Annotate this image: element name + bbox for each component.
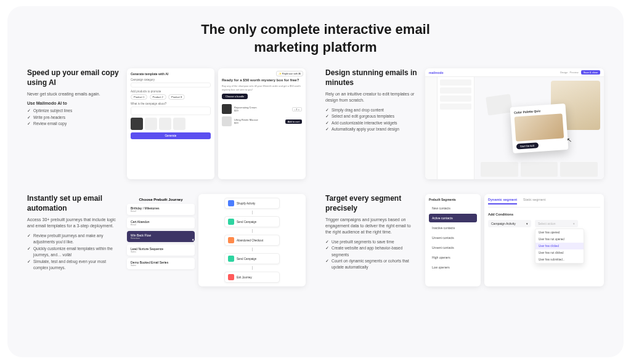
feature-bullets: Optimize subject lines Write pre-headers… [27, 108, 120, 127]
field-label: What is the campaign about? [131, 102, 211, 105]
dropdown-option[interactable]: User has not clicked [535, 249, 584, 256]
chevron-down-icon: ▾ [573, 222, 575, 225]
panel-title: Generate template with AI [131, 72, 211, 76]
rephrase-label: Rephrase with AI [282, 72, 301, 75]
product-price: $19 [234, 121, 283, 124]
flow-node[interactable]: Send Campaign [224, 253, 280, 264]
journey-item[interactable]: Lead Nurture SequenceSales [127, 245, 195, 256]
feature-title: Instantly set up email automation [27, 194, 120, 213]
bullet: Write pre-headers [27, 115, 120, 121]
segment-item[interactable]: Unsent contacts [429, 233, 477, 242]
rephrase-badge[interactable]: ✨ Rephrase with AI [276, 71, 303, 76]
flow-node[interactable]: Abandoned Checkout [224, 235, 280, 246]
pill[interactable]: Product 1 [131, 94, 147, 100]
feature-grid: Speed up your email copy using AI Never … [27, 68, 604, 286]
feature-subtitle: Access 30+ prebuilt journeys that includ… [27, 217, 120, 229]
dropdown-option[interactable]: User has submitted... [535, 256, 584, 263]
tab-dynamic[interactable]: Dynamic segment [488, 198, 517, 204]
segment-item[interactable]: Unsent contacts [429, 243, 477, 252]
layer-item[interactable] [440, 95, 471, 102]
dropdown-option[interactable]: User has opened [535, 229, 584, 236]
thumb-icon[interactable] [131, 118, 143, 130]
condition-icon [228, 237, 234, 243]
segment-item[interactable]: Inactive contacts [429, 224, 477, 232]
connector-icon [252, 248, 253, 251]
pill[interactable]: Product 3 [168, 94, 185, 100]
preview-body: Buy any of the shampoo sets till your fi… [222, 84, 302, 91]
condition-row: Campaign Activity ▾ Select action ▾ User… [488, 220, 600, 227]
feature-mock: mailmodo Design Preview Save & close [425, 68, 604, 179]
layer-item[interactable] [440, 103, 471, 110]
thumb-icon[interactable] [145, 118, 157, 130]
thumb-icon[interactable] [173, 118, 185, 130]
segment-item[interactable]: New contacts [429, 204, 477, 212]
bullet: Review prebuilt journeys and make any ad… [27, 233, 120, 246]
field-label: Add products to promote [131, 90, 211, 93]
segment-builder: Dynamic segment Static segment Add Condi… [484, 194, 604, 286]
chevron-down-icon: ▾ [526, 222, 528, 225]
bullet: Create website and app behavior-based se… [325, 245, 418, 258]
select-value: Campaign Activity [491, 222, 516, 225]
save-button[interactable]: Save & close [581, 70, 600, 75]
send-icon [228, 256, 234, 262]
generate-button[interactable]: Generate [131, 132, 211, 139]
journey-list: Choose Prebuilt Journey Birthday / Miles… [127, 194, 195, 286]
nav-item[interactable]: Preview [569, 71, 578, 74]
feature-bullets: Use prebuilt segments to save time Creat… [325, 239, 418, 271]
node-label: Send Campaign [237, 257, 256, 261]
dropdown-option[interactable]: User has not opened [535, 236, 584, 243]
product-image-icon [222, 116, 232, 126]
flow-node[interactable]: Send Campaign [224, 216, 280, 227]
dropdown-option-highlighted[interactable]: User has clicked [535, 243, 584, 249]
product-row: Rejuvenating Cream $19 - 1 + [222, 104, 302, 114]
flow-node[interactable]: Exit Journey [224, 272, 280, 283]
feature-mock: Prebuilt Segments New contacts Active co… [425, 194, 604, 286]
segment-item[interactable]: High openers [429, 253, 477, 262]
nav-item[interactable]: Design [560, 71, 568, 74]
preview-cta-button[interactable]: Choose a bundle [222, 94, 248, 99]
add-to-cart-button[interactable]: Add to cart [285, 119, 302, 124]
select-input[interactable] [131, 83, 211, 87]
logo: mailmodo [429, 71, 444, 75]
editor-stage: Color Palette Quiz Start the quiz ↖ [474, 77, 604, 179]
bullet: Quickly customize email templates within… [27, 246, 120, 259]
condition-select[interactable]: Campaign Activity ▾ [488, 220, 531, 227]
connector-icon [252, 229, 253, 233]
textarea-input[interactable] [131, 107, 211, 115]
thumb-icon[interactable] [159, 118, 171, 130]
bullet: Count on dynamic segments or cohorts tha… [325, 258, 418, 271]
field-label: Campaign category [131, 78, 211, 81]
journey-flow: Shopify Activity Send Campaign Abandoned… [198, 194, 306, 286]
journey-item[interactable]: Demo Booked Email SeriesSales [127, 258, 195, 269]
sidebar-title: Prebuilt Segments [429, 198, 477, 201]
operator-select[interactable]: Select action ▾ [535, 220, 578, 227]
card-image-icon [515, 113, 564, 141]
bullet: Automatically apply your brand design [325, 126, 418, 132]
segment-item[interactable]: Low openers [429, 263, 477, 272]
ai-generate-panel: Generate template with AI Campaign categ… [127, 68, 214, 179]
bullet: Simply drag and drop content [325, 107, 418, 113]
layer-item[interactable] [440, 79, 471, 86]
hero-line-1: The only complete interactive email [201, 22, 430, 37]
feature-automation: Instantly set up email automation Access… [27, 194, 306, 286]
journey-item-selected[interactable]: Win Back FlowRetention↖ [127, 231, 195, 242]
qty-stepper[interactable]: - 1 + [292, 107, 302, 111]
pill[interactable]: Product 2 [150, 94, 166, 100]
segment-item-active[interactable]: Active contacts [429, 214, 477, 222]
tab-static[interactable]: Static segment [523, 198, 545, 204]
journey-item[interactable]: Cart AbandonEmail [127, 217, 195, 229]
quiz-card[interactable]: Color Palette Quiz Start the quiz ↖ [510, 103, 568, 153]
card-cta-button[interactable]: Start the quiz [516, 142, 539, 149]
flow-node[interactable]: Shopify Activity [224, 198, 280, 209]
feature-ai-copy: Speed up your email copy using AI Never … [27, 68, 306, 179]
trigger-icon [228, 200, 234, 206]
cursor-icon: ↖ [566, 136, 572, 144]
product-image-icon [222, 104, 232, 114]
feature-text: Target every segment precisely Trigger c… [325, 194, 418, 286]
bullet: Optimize subject lines [27, 108, 120, 114]
journey-tag: Sales [131, 251, 191, 253]
layer-item[interactable] [440, 87, 471, 94]
feature-text: Design stunning emails in minutes Rely o… [325, 68, 418, 179]
journey-item[interactable]: Birthday / MilestonesEmail [127, 204, 195, 215]
feature-title: Target every segment precisely [325, 194, 418, 213]
